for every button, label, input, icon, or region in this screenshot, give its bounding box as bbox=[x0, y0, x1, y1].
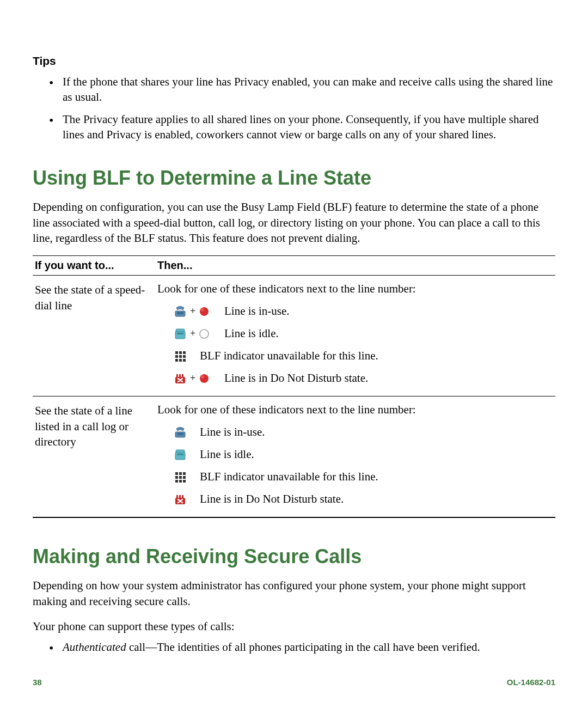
plus-icon: + bbox=[190, 306, 195, 317]
indicator-text: BLF indicator unavailable for this line. bbox=[200, 470, 378, 484]
phone-offhook-icon bbox=[174, 306, 187, 318]
dnd-icon bbox=[174, 493, 187, 505]
plus-icon: + bbox=[190, 373, 195, 384]
secure-para1: Depending on how your system administrat… bbox=[33, 578, 555, 609]
blf-section-heading: Using BLF to Determine a Line State bbox=[33, 167, 555, 190]
table-cell-want: See the state of a line listed in a call… bbox=[33, 396, 155, 518]
red-dot-icon bbox=[199, 306, 210, 317]
indicator-intro: Look for one of these indicators next to… bbox=[157, 282, 553, 296]
indicator-row: +Line is in Do Not Disturb state. bbox=[157, 371, 553, 385]
indicator-row: Line is idle. bbox=[157, 448, 553, 461]
grid-icon bbox=[174, 471, 187, 483]
indicator-icons bbox=[174, 493, 190, 505]
tips-item: The Privacy feature applies to all share… bbox=[49, 112, 555, 143]
table-cell-then: Look for one of these indicators next to… bbox=[155, 396, 555, 518]
indicator-icons bbox=[174, 449, 190, 461]
indicator-icons bbox=[174, 426, 190, 438]
table-row: See the state of a speed-dial lineLook f… bbox=[33, 276, 555, 396]
indicator-row: +Line is in-use. bbox=[157, 304, 553, 318]
indicator-row: BLF indicator unavailable for this line. bbox=[157, 470, 553, 484]
authenticated-label: Authenticated bbox=[63, 640, 126, 654]
indicator-icons bbox=[174, 350, 190, 362]
indicator-row: Line is in-use. bbox=[157, 425, 553, 439]
indicator-text: Line is idle. bbox=[224, 327, 279, 340]
table-header-then: Then... bbox=[155, 256, 555, 276]
table-header-want: If you want to... bbox=[33, 256, 155, 276]
authenticated-desc: call—The identities of all phones partic… bbox=[126, 640, 480, 654]
indicator-text: BLF indicator unavailable for this line. bbox=[200, 349, 378, 363]
indicator-text: Line is in-use. bbox=[224, 304, 290, 318]
indicator-intro: Look for one of these indicators next to… bbox=[157, 403, 553, 417]
indicator-text: Line is idle. bbox=[200, 448, 254, 461]
tips-list: If the phone that shares your line has P… bbox=[33, 74, 555, 142]
red-dot-icon bbox=[199, 373, 210, 384]
indicator-text: Line is in-use. bbox=[200, 425, 265, 439]
doc-id: OL-14682-01 bbox=[507, 678, 555, 687]
indicator-text: Line is in Do Not Disturb state. bbox=[200, 492, 344, 506]
secure-para2: Your phone can support these types of ca… bbox=[33, 619, 555, 634]
page-number: 38 bbox=[33, 678, 42, 687]
blf-intro-text: Depending on configuration, you can use … bbox=[33, 199, 555, 246]
table-row: See the state of a line listed in a call… bbox=[33, 396, 555, 518]
secure-section-heading: Making and Receiving Secure Calls bbox=[33, 545, 555, 568]
empty-dot-icon bbox=[199, 328, 210, 339]
phone-offhook-icon bbox=[174, 426, 187, 438]
plus-icon: + bbox=[190, 328, 195, 339]
tips-item: If the phone that shares your line has P… bbox=[49, 74, 555, 105]
indicator-icons: + bbox=[174, 328, 215, 340]
phone-idle-icon bbox=[174, 328, 187, 340]
indicator-text: Line is in Do Not Disturb state. bbox=[224, 371, 368, 385]
indicator-icons: + bbox=[174, 306, 215, 318]
blf-table: If you want to... Then... See the state … bbox=[33, 255, 555, 518]
table-cell-want: See the state of a speed-dial line bbox=[33, 276, 155, 396]
indicator-row: Line is in Do Not Disturb state. bbox=[157, 492, 553, 506]
grid-icon bbox=[174, 350, 187, 362]
tips-heading: Tips bbox=[33, 54, 555, 68]
indicator-icons bbox=[174, 471, 190, 483]
secure-call-types-list: Authenticated call—The identities of all… bbox=[33, 639, 555, 655]
dnd-icon bbox=[174, 373, 187, 385]
indicator-row: BLF indicator unavailable for this line. bbox=[157, 349, 553, 363]
table-cell-then: Look for one of these indicators next to… bbox=[155, 276, 555, 396]
indicator-row: +Line is idle. bbox=[157, 327, 553, 340]
indicator-icons: + bbox=[174, 373, 215, 385]
secure-call-type-item: Authenticated call—The identities of all… bbox=[49, 639, 555, 655]
phone-idle-icon bbox=[174, 449, 187, 461]
page-footer: 38 OL-14682-01 bbox=[33, 678, 555, 687]
